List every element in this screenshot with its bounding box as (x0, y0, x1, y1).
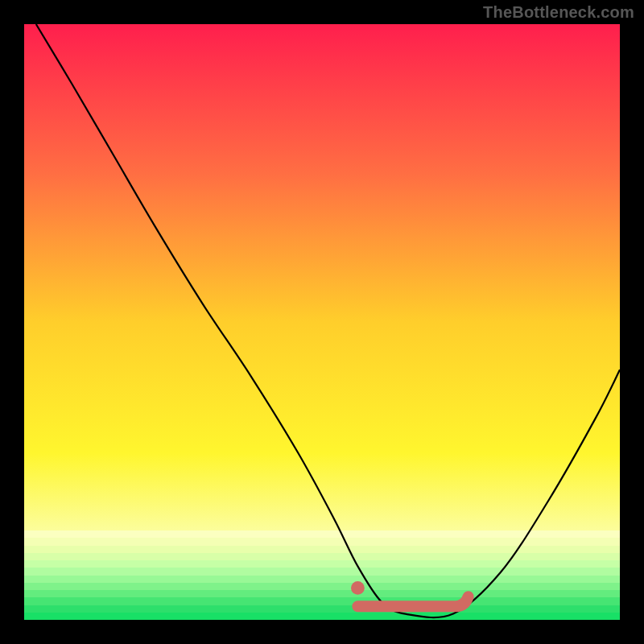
chart-frame: TheBottleneck.com (0, 0, 644, 644)
curve-layer (24, 24, 620, 620)
plot-area (24, 24, 620, 620)
bottleneck-curve (36, 24, 620, 617)
marker-dot (351, 581, 365, 595)
flat-range-highlight (357, 597, 468, 606)
watermark-text: TheBottleneck.com (483, 3, 634, 22)
